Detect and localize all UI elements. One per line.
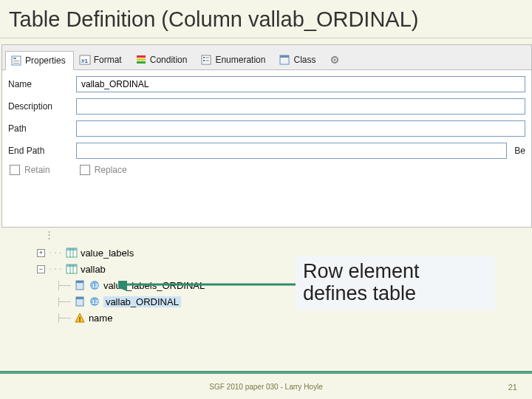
tree-node-label: name	[89, 313, 113, 324]
svg-rect-31	[76, 297, 83, 299]
page-number: 21	[508, 383, 517, 392]
description-field[interactable]	[76, 98, 525, 115]
tab-properties[interactable]: Properties	[5, 51, 74, 70]
tree-ellipsis: ⋮	[37, 229, 332, 240]
svg-text:12: 12	[92, 299, 98, 305]
expand-icon[interactable]: +	[37, 249, 45, 257]
path-field[interactable]	[76, 120, 525, 137]
tab-class[interactable]: Class	[273, 50, 324, 69]
svg-rect-27	[76, 281, 83, 283]
gear-icon	[329, 54, 341, 66]
warning-icon: !	[74, 312, 86, 324]
svg-rect-23	[66, 265, 77, 267]
table-icon	[66, 263, 78, 275]
description-label: Description	[8, 101, 76, 112]
svg-rect-19	[66, 248, 77, 250]
annotation-callout: Row element defines table	[296, 256, 495, 310]
table-icon	[66, 247, 78, 259]
tab-more[interactable]	[324, 50, 349, 69]
format-icon: #1	[79, 54, 91, 66]
tree-node-vallab-ordinal[interactable]: ├── 12 vallab_ORDINAL	[37, 293, 332, 310]
svg-text:12: 12	[92, 282, 98, 289]
tree-node-value-labels[interactable]: + ··· value_labels	[37, 245, 332, 261]
tab-label: Condition	[150, 55, 188, 65]
svg-rect-15	[280, 55, 289, 58]
endpath-label: End Path	[8, 146, 76, 156]
tab-enumeration[interactable]: Enumeration	[195, 50, 273, 69]
name-field[interactable]	[76, 76, 525, 92]
column-icon	[74, 279, 86, 291]
tab-label: Format	[94, 55, 122, 65]
retain-label: Retain	[24, 165, 50, 175]
checkbox-icon	[10, 165, 20, 175]
svg-rect-3	[13, 63, 19, 64]
tab-condition[interactable]: Condition	[130, 50, 196, 69]
tab-format[interactable]: #1 Format	[74, 50, 130, 69]
svg-rect-10	[203, 57, 205, 58]
tree-node-label: value_labels_ORDINAL	[103, 280, 205, 291]
beg-label: Be	[514, 146, 525, 156]
form-area: Name Description Path End Path Be Retain…	[2, 70, 531, 227]
collapse-icon[interactable]: −	[37, 265, 45, 273]
name-label: Name	[8, 79, 76, 89]
svg-rect-8	[137, 61, 146, 64]
svg-rect-13	[205, 60, 209, 61]
svg-rect-1	[13, 58, 16, 59]
tab-label: Enumeration	[215, 55, 265, 65]
tree-node-label: vallab	[81, 264, 106, 275]
checkbox-icon	[80, 165, 90, 175]
tab-label: Properties	[25, 55, 66, 66]
svg-point-17	[334, 58, 336, 61]
enumeration-icon	[200, 54, 212, 66]
replace-label: Replace	[95, 165, 127, 175]
svg-rect-11	[205, 57, 209, 58]
tree-node-label: vallab_ORDINAL	[103, 296, 181, 307]
tree-line: ├──	[56, 281, 71, 290]
endpath-field[interactable]	[76, 143, 507, 159]
properties-panel: Properties #1 Format Condition Enumerati…	[1, 44, 532, 228]
tree-line: ···	[48, 265, 63, 274]
slide-title: Table Definition (Column vallab_ORDINAL)	[0, 0, 532, 38]
class-icon	[279, 54, 290, 66]
properties-icon	[10, 55, 22, 66]
condition-icon	[135, 54, 147, 66]
tab-row: Properties #1 Format Condition Enumerati…	[2, 45, 531, 70]
column-icon	[74, 296, 86, 307]
tree-node-vallab[interactable]: − ··· vallab	[37, 261, 332, 277]
svg-text:!: !	[78, 316, 81, 323]
svg-rect-6	[137, 55, 146, 58]
svg-text:#1: #1	[81, 58, 88, 64]
svg-rect-2	[13, 61, 19, 61]
tab-label: Class	[293, 55, 316, 65]
numeric-icon: 12	[89, 279, 100, 291]
tree-view: ⋮ + ··· value_labels − ··· vallab ├── 12…	[37, 233, 332, 326]
tree-line: ├──	[56, 313, 71, 323]
tree-line: ···	[48, 248, 63, 258]
svg-rect-7	[137, 58, 146, 61]
replace-checkbox[interactable]: Replace	[80, 165, 127, 175]
tree-node-value-labels-ordinal[interactable]: ├── 12 value_labels_ORDINAL	[37, 277, 332, 293]
tree-node-label: value_labels	[81, 248, 134, 259]
retain-checkbox[interactable]: Retain	[10, 165, 50, 175]
footer-text: SGF 2010 paper 030 - Larry Hoyle	[0, 374, 532, 399]
path-label: Path	[8, 123, 76, 134]
tree-line: ├──	[56, 297, 71, 307]
svg-rect-12	[203, 60, 205, 61]
numeric-icon: 12	[89, 296, 100, 307]
tree-node-name[interactable]: ├── ! name	[37, 310, 332, 326]
